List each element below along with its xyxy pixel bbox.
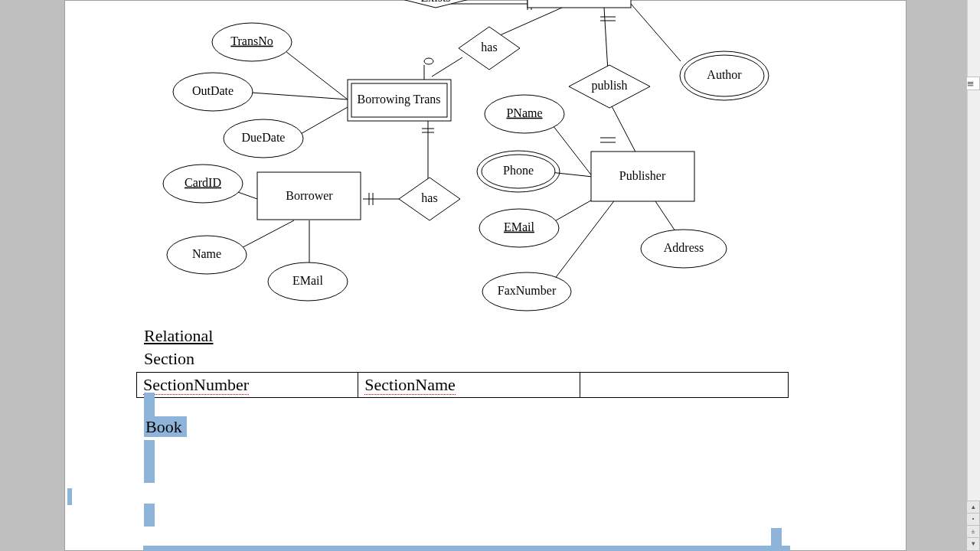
svg-line-23 (550, 122, 593, 177)
entity-publisher: Publisher (619, 169, 666, 182)
svg-marker-42 (399, 178, 460, 220)
svg-line-5 (631, 4, 681, 61)
relationship-has-2: has (421, 191, 437, 204)
attr-pname: PName (506, 106, 542, 119)
svg-point-43 (163, 165, 243, 203)
section-table: SectionNumber SectionName (136, 372, 789, 398)
svg-point-40 (224, 119, 303, 158)
svg-point-52 (482, 272, 571, 311)
svg-rect-46 (591, 152, 694, 201)
margin-cursor (67, 488, 72, 505)
attr-faxnumber: FaxNumber (498, 284, 557, 297)
svg-line-1 (493, 8, 562, 38)
svg-point-51 (641, 230, 727, 268)
svg-marker-33 (569, 65, 650, 108)
svg-line-10 (294, 107, 348, 138)
attr-transno: TransNo (230, 34, 273, 47)
svg-point-35 (680, 51, 769, 100)
document-page: Exists Book has publish Author Borrowing… (64, 0, 906, 551)
selection-mark (144, 393, 155, 419)
scroll-down-icon[interactable]: ▾ (966, 537, 980, 551)
entity-borrowing-trans: Borrowing Trans (358, 93, 441, 106)
col-section-number: SectionNumber (137, 373, 358, 398)
attr-cardid: CardID (185, 176, 221, 189)
attr-duedate: DueDate (242, 131, 286, 144)
svg-rect-36 (348, 80, 451, 121)
attr-email-publisher: EMail (504, 220, 535, 233)
svg-point-47 (485, 95, 564, 133)
col-empty (580, 373, 788, 398)
svg-point-39 (173, 73, 253, 111)
attr-author: Author (707, 68, 742, 81)
selection-mark (144, 504, 155, 527)
attr-phone: Phone (503, 164, 534, 177)
side-tab-icon[interactable]: ≡ (966, 77, 980, 90)
svg-line-6 (432, 57, 462, 77)
svg-point-44 (167, 236, 247, 274)
heading-section: Section (144, 349, 194, 369)
svg-rect-37 (351, 83, 447, 117)
entity-book: Book (566, 0, 593, 2)
svg-point-48 (482, 155, 555, 188)
svg-rect-41 (257, 172, 361, 220)
heading-book: Book (144, 417, 187, 437)
svg-line-20 (609, 102, 640, 161)
svg-point-50 (479, 209, 559, 247)
svg-line-27 (554, 199, 616, 279)
attr-email-borrower: EMail (292, 274, 324, 287)
svg-marker-30 (374, 0, 497, 8)
attr-address: Address (664, 241, 704, 254)
relationship-publish: publish (591, 79, 627, 93)
svg-rect-31 (528, 0, 631, 8)
heading-relational: Relational (144, 326, 213, 346)
svg-line-24 (543, 171, 593, 177)
selection-mark (144, 440, 155, 483)
svg-line-8 (279, 46, 348, 99)
attr-outdate: OutDate (192, 84, 234, 97)
selection-mark (143, 546, 790, 551)
svg-line-2 (604, 8, 608, 71)
er-diagram: Exists Book has publish Author Borrowing… (64, 0, 906, 321)
svg-line-25 (547, 195, 600, 226)
svg-line-18 (233, 220, 294, 253)
svg-marker-32 (459, 27, 520, 70)
svg-line-17 (225, 187, 257, 199)
svg-point-34 (684, 55, 764, 96)
svg-point-38 (212, 23, 292, 61)
entity-borrower: Borrower (286, 189, 333, 202)
svg-line-26 (654, 199, 684, 245)
svg-point-45 (268, 262, 348, 301)
relationship-has-1: has (481, 41, 497, 54)
relationship-exists: Exists (420, 0, 450, 4)
svg-point-49 (477, 151, 560, 192)
col-section-name: SectionName (358, 373, 580, 398)
svg-line-9 (240, 92, 348, 99)
attr-name: Name (192, 247, 221, 260)
